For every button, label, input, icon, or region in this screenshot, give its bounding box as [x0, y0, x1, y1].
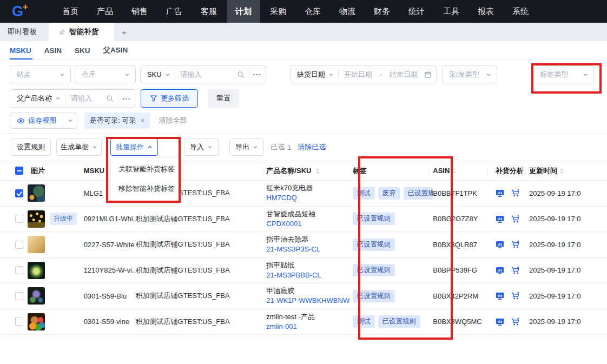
product-thumbnail[interactable] — [28, 210, 45, 228]
export-button[interactable]: 导出 — [229, 138, 264, 156]
col-asin: ASIN — [433, 167, 450, 175]
save-view-button[interactable]: 保存视图 — [10, 113, 63, 128]
tag-type-select[interactable]: 标签类型 — [533, 65, 594, 83]
set-rule-button[interactable]: 设置规则 — [11, 138, 51, 156]
row-checkbox[interactable] — [15, 317, 23, 326]
sku-link[interactable]: 21-WK1P-WWBKHWBNW — [266, 296, 349, 306]
subtab-sku[interactable]: SKU — [75, 47, 90, 55]
more-filters-button[interactable]: 更多筛选 — [141, 89, 198, 108]
site-select[interactable]: 站点 — [10, 65, 71, 83]
add-to-cart-icon[interactable] — [511, 317, 520, 326]
tag-chip[interactable]: 已设置规则 — [353, 239, 395, 251]
subtab-asin[interactable]: ASIN — [44, 47, 62, 55]
row-checkbox[interactable] — [15, 189, 23, 197]
analysis-monitor-icon[interactable] — [496, 215, 504, 223]
subtab-msku[interactable]: MSKU — [10, 47, 31, 55]
tag-chip[interactable]: 已设置规则 — [353, 290, 395, 302]
parent-product-field-select[interactable]: 父产品名称 — [10, 90, 65, 107]
chevron-down-icon — [124, 72, 130, 77]
product-thumbnail[interactable] — [28, 262, 45, 279]
select-all-checkbox[interactable] — [15, 167, 23, 175]
tag-chip[interactable]: 测试 — [353, 315, 375, 328]
more-options-icon[interactable]: ··· — [118, 95, 135, 103]
reset-button[interactable]: 重置 — [208, 89, 239, 108]
oos-date-field-select[interactable]: 缺货日期 — [291, 66, 338, 83]
sku-link[interactable]: HM7CDQ — [266, 193, 296, 203]
nav-item-purchase[interactable]: 采购 — [261, 0, 295, 23]
sku-field-select[interactable]: SKU — [141, 66, 175, 83]
generate-doc-button[interactable]: 生成单据 — [56, 138, 102, 156]
product-thumbnail[interactable] — [28, 287, 45, 305]
row-checkbox[interactable] — [15, 266, 23, 274]
add-to-cart-icon[interactable] — [511, 215, 520, 223]
tab-dashboard[interactable]: 即时看板 — [0, 23, 44, 41]
analysis-monitor-icon[interactable] — [496, 317, 504, 326]
tag-chip[interactable]: 已设置规则 — [404, 187, 433, 200]
table-row: 0227-S57-White 积加测试店铺GTEST:US_FBA 指甲油去除器… — [0, 232, 607, 258]
nav-item-home[interactable]: 首页 — [54, 0, 87, 23]
row-checkbox[interactable] — [15, 215, 23, 223]
nav-item-ads[interactable]: 广告 — [157, 0, 191, 23]
search-icon[interactable] — [237, 71, 245, 78]
batch-operations-button[interactable]: 批量操作 — [110, 138, 158, 156]
nav-item-reports[interactable]: 报表 — [469, 0, 503, 23]
partial-filter-control[interactable] — [601, 65, 607, 83]
sku-link[interactable]: 21-MSS3P3S-CL — [266, 244, 320, 254]
product-thumbnail[interactable] — [28, 313, 45, 330]
tab-active-label: 智能补货 — [69, 27, 98, 37]
analysis-monitor-icon[interactable] — [496, 266, 504, 275]
sku-link[interactable]: CPDX0001 — [266, 219, 301, 229]
tag-chip[interactable]: 已设置规则 — [378, 315, 421, 328]
sort-icon[interactable] — [315, 168, 320, 174]
nav-item-system[interactable]: 系统 — [504, 0, 537, 23]
analysis-monitor-icon[interactable] — [496, 240, 504, 249]
nav-item-logistics[interactable]: 物流 — [331, 0, 364, 23]
date-range-input[interactable]: 开始日期 - 结束日期 — [339, 70, 436, 80]
sku-search-input[interactable]: 请输入 — [175, 70, 249, 80]
search-icon[interactable] — [106, 95, 114, 102]
nav-item-service[interactable]: 客服 — [192, 0, 226, 23]
nav-item-products[interactable]: 产品 — [88, 0, 122, 23]
add-to-cart-icon[interactable] — [511, 266, 520, 275]
row-checkbox[interactable] — [15, 292, 23, 300]
more-options-icon[interactable]: ··· — [249, 70, 266, 78]
nav-item-sales[interactable]: 销售 — [123, 0, 156, 23]
nav-item-tools[interactable]: 工具 — [434, 0, 468, 23]
sort-icon[interactable] — [452, 168, 456, 174]
app-logo[interactable]: G + — [12, 3, 43, 19]
sku-link[interactable]: 21-MS3PBBB-CL — [266, 270, 321, 280]
sort-icon[interactable] — [559, 168, 564, 174]
menu-item-remove-tag[interactable]: 移除智能补货标签 — [111, 179, 180, 198]
import-button[interactable]: 导入 — [184, 138, 219, 156]
nav-item-finance[interactable]: 财务 — [365, 0, 399, 23]
add-to-cart-icon[interactable] — [511, 240, 520, 249]
clear-selected-link[interactable]: 清除已选 — [298, 138, 326, 156]
remove-filter-icon[interactable]: × — [140, 116, 144, 125]
add-to-cart-icon[interactable] — [511, 189, 520, 197]
tab-smart-replenishment[interactable]: 智能补货 — [49, 23, 114, 41]
product-thumbnail[interactable] — [28, 236, 45, 253]
save-view-dropdown-button[interactable] — [63, 113, 77, 128]
nav-item-plan[interactable]: 计划 — [227, 0, 260, 23]
clear-all-filters-link[interactable]: 清除全部 — [159, 112, 187, 129]
analysis-monitor-icon[interactable] — [496, 189, 504, 197]
warehouse-select[interactable]: 仓库 — [75, 65, 136, 83]
nav-item-stats[interactable]: 统计 — [400, 0, 433, 23]
purchase-type-select[interactable]: 采/发类型 — [442, 65, 497, 83]
add-to-cart-icon[interactable] — [511, 292, 520, 300]
calendar-icon[interactable] — [424, 71, 432, 78]
parent-product-input[interactable]: 请输入 — [65, 94, 118, 103]
subtab-parent-asin[interactable]: 父ASIN — [103, 45, 128, 55]
product-thumbnail[interactable] — [28, 184, 45, 202]
analysis-monitor-icon[interactable] — [496, 292, 504, 300]
tag-chip[interactable]: 测试 — [353, 187, 375, 200]
row-checkbox[interactable] — [15, 241, 23, 249]
sku-link[interactable]: zmlin-001 — [266, 322, 296, 332]
chevron-down-icon — [92, 144, 97, 150]
nav-item-warehouse[interactable]: 仓库 — [296, 0, 329, 23]
tag-chip[interactable]: 已设置规则 — [353, 213, 395, 225]
menu-item-link-tag[interactable]: 关联智能补货标签 — [111, 160, 180, 179]
add-tab-button[interactable]: + — [114, 23, 134, 41]
tag-chip[interactable]: 废弃 — [378, 187, 400, 200]
tag-chip[interactable]: 已设置规则 — [353, 264, 395, 276]
